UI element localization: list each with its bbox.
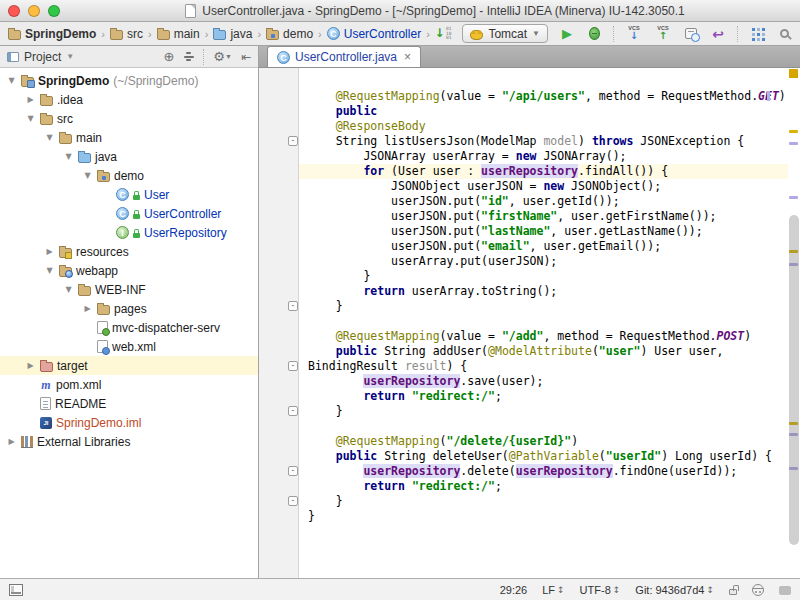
breadcrumb-item-src[interactable]: src — [110, 27, 143, 41]
interface-icon: I — [116, 226, 129, 239]
code-area[interactable]: @RequestMapping(value = "/api/users", me… — [300, 68, 788, 578]
tree-item-web-inf[interactable]: ▼WEB-INF — [0, 280, 258, 299]
tree-item-pages[interactable]: ▶pages — [0, 299, 258, 318]
tree-item-main[interactable]: ▼main — [0, 128, 258, 147]
breadcrumb-item-main[interactable]: main — [157, 27, 200, 41]
line-ending-selector[interactable]: LF↕ — [542, 584, 564, 596]
tree-item-webapp[interactable]: ▼webapp — [0, 261, 258, 280]
tree-item-java[interactable]: ▼java — [0, 147, 258, 166]
fold-marker-icon[interactable]: - — [288, 466, 298, 476]
inspection-indicator[interactable] — [789, 69, 798, 78]
tab-label: UserController.java — [295, 50, 397, 64]
tree-item-demo[interactable]: ▼demo — [0, 166, 258, 185]
make-project-icon: ↓01 10 01 — [434, 26, 451, 41]
tree-item-mvc-dispatcher-serv[interactable]: mvc-dispatcher-serv — [0, 318, 258, 337]
web-folder-icon — [59, 267, 72, 277]
run-configuration-select[interactable]: Tomcat▼ — [462, 24, 548, 43]
hector-inspector-icon[interactable] — [752, 584, 764, 596]
tab-usercontroller[interactable]: C UserController.java × — [267, 46, 421, 67]
fold-marker-icon[interactable]: - — [288, 496, 298, 506]
tree-item-web-xml[interactable]: web.xml — [0, 337, 258, 356]
minimize-window-button[interactable] — [28, 5, 40, 17]
search-icon — [780, 29, 789, 38]
tree-toggle-icon[interactable]: ▼ — [63, 152, 74, 161]
usage-stripe-mark[interactable] — [789, 196, 798, 199]
fold-marker-icon[interactable]: - — [288, 361, 298, 371]
tree-toggle-icon[interactable]: ▼ — [82, 171, 93, 180]
debug-button[interactable] — [586, 24, 602, 44]
search-button[interactable] — [776, 24, 792, 44]
editor-body[interactable]: ------ @RequestMapping(value = "/api/use… — [259, 68, 800, 578]
tree-item-springdemo-iml[interactable]: JISpringDemo.iml — [0, 413, 258, 432]
code-line: JSONObject userJSON = new JSONObject(); — [308, 179, 788, 194]
close-tab-icon[interactable]: × — [404, 51, 411, 63]
tree-item-resources[interactable]: ▶resources — [0, 242, 258, 261]
tree-toggle-icon[interactable]: ▶ — [82, 304, 93, 313]
make-button[interactable]: ↓01 10 01 — [434, 24, 451, 44]
tree-item-user[interactable]: CUser — [0, 185, 258, 204]
tree-item-springdemo[interactable]: ▼SpringDemo (~/SpringDemo) — [0, 71, 258, 90]
tree-item-pom-xml[interactable]: mpom.xml — [0, 375, 258, 394]
fold-marker-icon[interactable]: - — [288, 301, 298, 311]
warning-stripe-mark[interactable] — [789, 130, 798, 133]
rollback-button[interactable]: ↩ — [710, 24, 726, 44]
readonly-lock-icon[interactable] — [729, 589, 737, 595]
tree-item-label: .idea — [57, 93, 83, 107]
tree-toggle-icon[interactable]: ▼ — [63, 285, 74, 294]
tree-toggle-icon[interactable]: ▶ — [25, 361, 36, 370]
hide-panel-icon[interactable]: ⇤ — [241, 51, 251, 63]
close-window-button[interactable] — [8, 5, 20, 17]
vcs-down-button[interactable]: VCS↓ — [625, 24, 643, 44]
breadcrumb-item-demo[interactable]: demo — [266, 27, 313, 41]
class-icon: C — [116, 207, 129, 220]
tree-item-userrepository[interactable]: IUserRepository — [0, 223, 258, 242]
settings-gear-icon[interactable]: ⚙▼ — [213, 47, 232, 67]
tree-toggle-icon[interactable]: ▼ — [44, 133, 55, 142]
project-tree[interactable]: ▼SpringDemo (~/SpringDemo)▶.idea▼src▼mai… — [0, 68, 258, 578]
project-panel-title[interactable]: Project — [24, 50, 61, 64]
changes-button[interactable] — [683, 24, 699, 44]
toolbar-separator — [203, 49, 204, 65]
tree-item-label: webapp — [76, 264, 118, 278]
error-stripe[interactable] — [788, 68, 800, 578]
tree-toggle-icon[interactable]: ▶ — [25, 95, 36, 104]
structure-button[interactable] — [749, 24, 765, 44]
toolwindow-toggle-icon[interactable] — [9, 584, 23, 596]
tree-toggle-icon[interactable]: ▼ — [25, 114, 36, 123]
tree-item-target[interactable]: ▶target — [0, 356, 258, 375]
scrollbar-thumb[interactable] — [789, 215, 799, 545]
breadcrumb-item-usercontroller[interactable]: CUserController — [327, 27, 421, 41]
folder-icon — [59, 134, 72, 144]
code-line: for (User user : userRepository.findAll(… — [299, 164, 788, 179]
tree-toggle-icon[interactable]: ▶ — [6, 437, 17, 446]
tree-item-external-libraries[interactable]: ▶External Libraries — [0, 432, 258, 451]
tree-toggle-icon[interactable]: ▼ — [6, 76, 17, 85]
tree-item-readme[interactable]: README — [0, 394, 258, 413]
tree-toggle-icon[interactable]: ▶ — [44, 247, 55, 256]
tree-item-idea[interactable]: ▶.idea — [0, 90, 258, 109]
caret-position[interactable]: 29:26 — [500, 584, 528, 596]
tomcat-icon — [470, 30, 483, 40]
breadcrumb-item-springdemo[interactable]: SpringDemo — [8, 27, 96, 41]
collapse-all-icon[interactable] — [183, 51, 194, 63]
chevron-down-icon[interactable]: ▼ — [66, 52, 74, 61]
tree-item-src[interactable]: ▼src — [0, 109, 258, 128]
event-log-bubble-icon[interactable] — [779, 586, 791, 595]
chevron-right-icon: › — [205, 28, 209, 40]
fold-marker-icon[interactable]: - — [288, 406, 298, 416]
title-bar: UserController.java - SpringDemo - [~/Sp… — [0, 0, 800, 22]
folder-icon — [97, 305, 110, 315]
fold-marker-icon[interactable]: - — [288, 136, 298, 146]
encoding-selector[interactable]: UTF-8↕ — [580, 584, 621, 596]
breadcrumb-item-java[interactable]: java — [213, 27, 252, 41]
tree-item-usercontroller[interactable]: CUserController — [0, 204, 258, 223]
locate-file-icon[interactable]: ⊕ — [163, 50, 174, 63]
tree-toggle-icon[interactable]: ▼ — [44, 266, 55, 275]
class-icon: C — [116, 188, 129, 201]
zoom-window-button[interactable] — [48, 5, 60, 17]
run-button[interactable]: ▶ — [559, 24, 575, 44]
usage-stripe-mark[interactable] — [789, 142, 798, 145]
vcs-up-button[interactable]: VCS↑ — [654, 24, 672, 44]
tree-item-label: main — [76, 131, 102, 145]
vcs-branch-selector[interactable]: Git: 9436d7d4↕ — [635, 584, 714, 596]
